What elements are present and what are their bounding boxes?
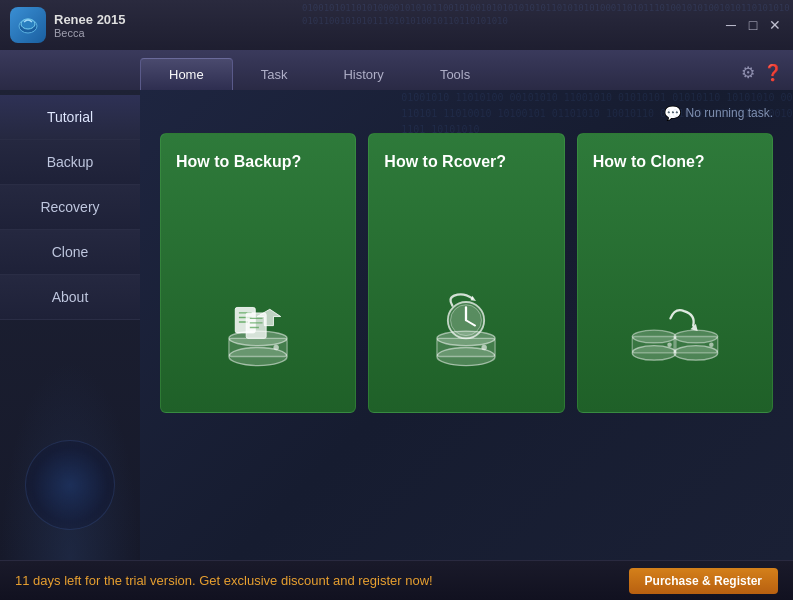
sidebar-item-recovery[interactable]: Recovery (0, 185, 140, 230)
tab-bar: Home Task History Tools ⚙ ❓ (0, 50, 793, 90)
tab-actions: ⚙ ❓ (741, 63, 783, 82)
app-name: Renee 2015 (54, 12, 126, 27)
purchase-register-button[interactable]: Purchase & Register (629, 568, 778, 594)
card-backup-title: How to Backup? (176, 152, 301, 173)
cards-container: How to Backup? (160, 133, 773, 413)
window-controls: ─ □ ✕ (723, 17, 783, 33)
notification-text: 11 days left for the trial version. Get … (15, 573, 433, 588)
svg-point-26 (667, 342, 672, 347)
backup-icon (208, 282, 308, 382)
status-icon: 💬 (664, 105, 681, 121)
svg-point-17 (482, 345, 487, 350)
content-area: 💬 No running task. How to Backup? (140, 90, 793, 560)
sidebar: Tutorial Backup Recovery Clone About (0, 90, 140, 560)
main-layout: Tutorial Backup Recovery Clone About 💬 N… (0, 90, 793, 560)
clone-icon (625, 282, 725, 382)
title-bar: 0100101011010100001010101100101001010101… (0, 0, 793, 50)
card-recover[interactable]: How to Rcover? (368, 133, 564, 413)
maximize-button[interactable]: □ (745, 17, 761, 33)
settings-icon[interactable]: ⚙ (741, 63, 755, 82)
sidebar-item-clone[interactable]: Clone (0, 230, 140, 275)
notification-bar: 11 days left for the trial version. Get … (0, 560, 793, 600)
tab-home[interactable]: Home (140, 58, 233, 90)
svg-point-29 (674, 330, 718, 343)
card-clone[interactable]: How to Clone? (577, 133, 773, 413)
card-backup[interactable]: How to Backup? (160, 133, 356, 413)
tab-task[interactable]: Task (233, 59, 316, 90)
app-title-group: Renee 2015 Becca (54, 12, 126, 39)
tab-history[interactable]: History (315, 59, 411, 90)
app-subtitle: Becca (54, 27, 126, 39)
svg-point-5 (274, 345, 279, 350)
sidebar-decoration (25, 440, 115, 530)
sidebar-item-about[interactable]: About (0, 275, 140, 320)
svg-point-25 (632, 330, 676, 343)
help-icon[interactable]: ❓ (763, 63, 783, 82)
close-button[interactable]: ✕ (767, 17, 783, 33)
sidebar-item-backup[interactable]: Backup (0, 140, 140, 185)
header-decoration: 0100101011010100001010101100101001010101… (300, 0, 793, 50)
tab-tools[interactable]: Tools (412, 59, 498, 90)
minimize-button[interactable]: ─ (723, 17, 739, 33)
card-clone-title: How to Clone? (593, 152, 705, 173)
app-logo (10, 7, 46, 43)
status-text: 💬 No running task. (664, 105, 773, 121)
card-recover-title: How to Rcover? (384, 152, 506, 173)
status-bar: 💬 No running task. (160, 105, 773, 121)
recover-icon (416, 282, 516, 382)
sidebar-item-tutorial[interactable]: Tutorial (0, 95, 140, 140)
svg-point-30 (709, 342, 714, 347)
